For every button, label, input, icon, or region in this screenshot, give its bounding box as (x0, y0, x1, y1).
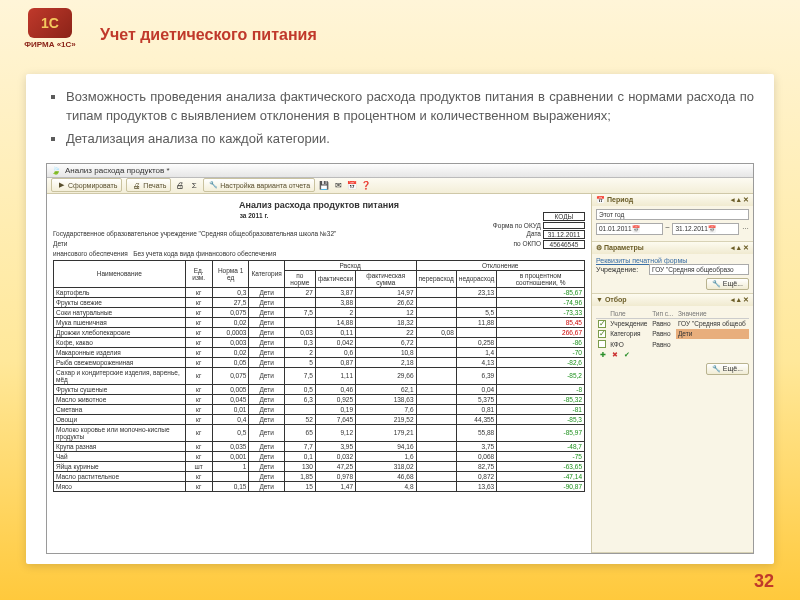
play-icon: ▶ (56, 180, 66, 190)
slide-number: 32 (754, 571, 774, 592)
requisites-link[interactable]: Реквизиты печатной формы (596, 257, 749, 264)
table-row[interactable]: Мука пшеничнаякг0,02Дети14,8818,3211,888… (54, 317, 585, 327)
table-row[interactable]: Рыба свежемороженинаякг0,05Дети50,872,18… (54, 357, 585, 367)
table-row[interactable]: Кофе, какаокг0,003Дети0,30,0426,720,258-… (54, 337, 585, 347)
slide-header: ФИРМА «1С» Учет диетического питания (0, 0, 800, 70)
window-titlebar: 🍃 Анализ расхода продуктов * (47, 164, 753, 178)
table-row[interactable]: Соки натуральныекг0,075Дети7,52125,5-73,… (54, 307, 585, 317)
table-row[interactable]: Картофелькг0,3Дети273,8714,9723,13-85,67 (54, 287, 585, 297)
filter-header: ▼ Отбор ◂ ▴ ✕ (592, 294, 753, 306)
funnel-icon: ▼ (596, 296, 603, 303)
window-title: Анализ расхода продуктов * (65, 166, 170, 175)
leaf-icon: 🍃 (51, 166, 61, 175)
gear-icon: ⚙ (596, 244, 602, 251)
side-panel: 📅 Период ◂ ▴ ✕ Этот год 01.01.2011 📅 – 3… (591, 194, 753, 553)
institution-line: Государственное образовательное учрежден… (53, 230, 455, 239)
printer-quick-icon[interactable]: 🖨 (175, 180, 185, 190)
table-row[interactable]: Фрукты сушеныекг0,005Дети0,50,4662,10,04… (54, 384, 585, 394)
table-row[interactable]: Масло растительноекгДети1,850,97846,680,… (54, 471, 585, 481)
logo: ФИРМА «1С» (16, 8, 84, 62)
period-header: 📅 Период ◂ ▴ ✕ (592, 194, 753, 206)
filter-row[interactable]: КФОРавно (596, 339, 749, 349)
table-row[interactable]: Сметанакг0,01Дети0,197,60,81-81 (54, 404, 585, 414)
params-header: ⚙ Параметры ◂ ▴ ✕ (592, 242, 753, 254)
remove-icon[interactable]: ✖ (612, 351, 622, 361)
bullet-2: Детализация анализа по каждой категории. (66, 130, 754, 149)
calendar-icon: 📅 (596, 196, 605, 203)
app-window: 🍃 Анализ расхода продуктов * ▶Сформирова… (46, 163, 754, 554)
logo-text: ФИРМА «1С» (16, 40, 84, 49)
table-row[interactable]: Овощикг0,4Дети527,645219,5244,355-85,3 (54, 414, 585, 424)
filter-table: Поле Тип с... Значение УчреждениеРавноГО… (596, 309, 749, 350)
sum-icon[interactable]: Σ (189, 180, 199, 190)
report-period: за 2011 г. (53, 212, 455, 221)
institution-select[interactable]: ГОУ "Средняя общеобразо (649, 264, 749, 275)
table-row[interactable]: Мясокг0,15Дети151,474,813,63-90,87 (54, 481, 585, 491)
date-to[interactable]: 31.12.2011 📅 (672, 223, 739, 235)
printer-icon: 🖨 (131, 180, 141, 190)
table-row[interactable]: Фрукты свежиекг27,5Дети3,8826,62-74,96 (54, 297, 585, 307)
table-row[interactable]: Дрожжи хлебопекарскиекг0,0003Дети0,030,1… (54, 327, 585, 337)
page-title: Учет диетического питания (100, 26, 317, 44)
table-row[interactable]: Яйца куриныешт1Дети13047,25318,0282,75-6… (54, 461, 585, 471)
table-row[interactable]: Макаронные изделиякг0,02Дети20,610,81,4-… (54, 347, 585, 357)
table-row[interactable]: Масло животноекг0,045Дети6,30,925138,635… (54, 394, 585, 404)
date-from[interactable]: 01.01.2011 📅 (596, 223, 663, 235)
report-area[interactable]: Анализ расхода продуктов питания за 2011… (47, 194, 591, 553)
data-table: Наименование Ед. изм. Норма 1 ед Категор… (53, 260, 585, 492)
wrench-icon: 🔧 (208, 180, 218, 190)
bullet-1: Возможность проведения анализа фактическ… (66, 88, 754, 126)
kody-box: КОДЫ (543, 212, 585, 221)
add-icon[interactable]: ✚ (600, 351, 610, 361)
ellipsis-button[interactable]: … (742, 223, 749, 235)
variant-button[interactable]: 🔧Настройка варианта отчета (203, 178, 315, 192)
more-button[interactable]: 🔧 Ещё... (706, 278, 749, 290)
filter-row[interactable]: УчреждениеРавноГОУ "Средняя общеоб (596, 318, 749, 329)
logo-icon (28, 8, 72, 38)
table-row[interactable]: Молоко коровье или молочно-кислые продук… (54, 424, 585, 441)
filter-row[interactable]: КатегорияРавноДети (596, 329, 749, 339)
panel-controls[interactable]: ◂ ▴ ✕ (731, 196, 749, 204)
mail-icon[interactable]: ✉ (333, 180, 343, 190)
feature-bullets: Возможность проведения анализа фактическ… (46, 88, 754, 153)
help-icon[interactable]: ❓ (361, 180, 371, 190)
table-row[interactable]: Чайкг0,001Дети0,10,0321,60,068-75 (54, 451, 585, 461)
content-card: Возможность проведения анализа фактическ… (26, 74, 774, 564)
check-icon[interactable]: ✔ (624, 351, 634, 361)
period-select[interactable]: Этот год (596, 209, 749, 220)
calendar-icon[interactable]: 📅 (347, 180, 357, 190)
print-button[interactable]: 🖨Печать (126, 178, 171, 192)
report-title: Анализ расхода продуктов питания (53, 200, 585, 210)
toolbar: ▶Сформировать 🖨Печать 🖨 Σ 🔧Настройка вар… (47, 178, 753, 194)
more-filter-button[interactable]: 🔧 Ещё... (706, 363, 749, 375)
table-row[interactable]: Крупа разнаякг0,035Дети7,73,9594,163,75-… (54, 441, 585, 451)
generate-button[interactable]: ▶Сформировать (51, 178, 122, 192)
table-row[interactable]: Сахар и кондитерские изделия, варенье, м… (54, 367, 585, 384)
save-icon[interactable]: 💾 (319, 180, 329, 190)
